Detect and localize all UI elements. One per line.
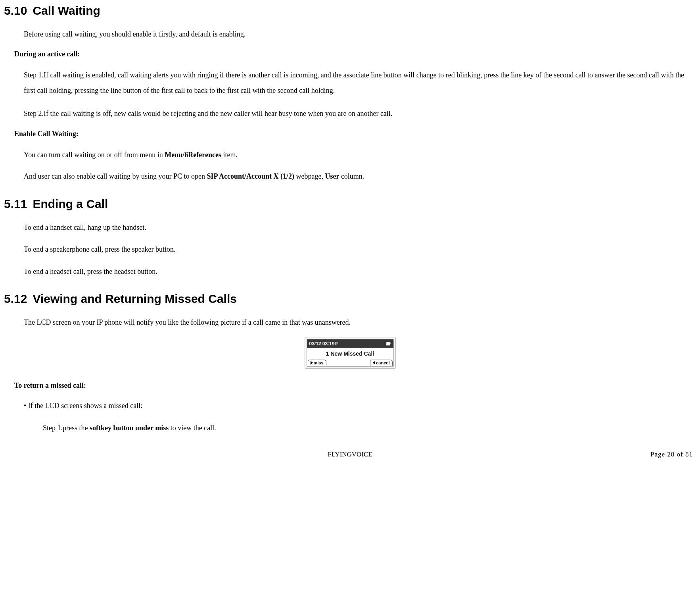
text-fragment: You can turn call waiting on or off from… (24, 151, 165, 159)
text-fragment: webpage, (294, 172, 325, 180)
text-fragment: item. (221, 151, 238, 159)
phone-icon: ☎ (385, 341, 391, 347)
subheading-during-active-call: During an active call: (4, 49, 696, 60)
text-fragment: And user can also enable call waiting by… (24, 172, 207, 180)
missed-call-bullet: • If the LCD screens shows a missed call… (24, 398, 696, 414)
section-title: Viewing and Returning Missed Calls (33, 290, 237, 308)
section-number: 5.10 (4, 2, 27, 19)
lcd-frame: 03/12 03:19P ☎ 1 New Missed Call miss ca… (305, 337, 396, 369)
section-number: 5.11 (4, 195, 27, 213)
lcd-screenshot: 03/12 03:19P ☎ 1 New Missed Call miss ca… (4, 337, 696, 370)
section-title: Ending a Call (33, 195, 108, 213)
page-footer: FLYINGVOICE Page 28 of 81 (4, 449, 696, 460)
footer-brand: FLYINGVOICE (328, 449, 372, 460)
ending-headset-text: To end a headset call, press the headset… (24, 264, 696, 280)
section-heading-5-12: 5.12 Viewing and Returning Missed Calls (4, 290, 696, 308)
subheading-return-missed-call: To return a missed call: (4, 380, 696, 391)
softkey-label: cancel (376, 360, 389, 366)
bold-sip-account: SIP Account/Account X (1/2) (207, 172, 294, 180)
softkey-left-icon (311, 361, 313, 365)
softkey-label: miss (314, 360, 324, 366)
step-2-text: Step 2.If the call waiting is off, new c… (24, 106, 696, 122)
lcd-inner: 03/12 03:19P ☎ 1 New Missed Call miss ca… (307, 339, 394, 367)
text-fragment: column. (339, 172, 364, 180)
lcd-softkey-cancel: cancel (370, 360, 392, 366)
section-heading-5-10: 5.10 Call Waiting (4, 2, 696, 19)
lcd-status-bar: 03/12 03:19P ☎ (307, 339, 393, 348)
lcd-time: 03/12 03:19P (309, 340, 338, 347)
softkey-right-icon (373, 361, 375, 365)
lcd-message: 1 New Missed Call (307, 348, 393, 360)
enable-line-2: And user can also enable call waiting by… (24, 169, 696, 185)
lcd-softkey-bar: miss cancel (307, 360, 393, 366)
enable-line-1: You can turn call waiting on or off from… (24, 147, 696, 163)
ending-handset-text: To end a handset call, hang up the hands… (24, 220, 696, 236)
bold-menu-references: Menu/6References (165, 151, 221, 159)
footer-page-number: Page 28 of 81 (650, 449, 693, 460)
step-1-text: Step 1.If call waiting is enabled, call … (24, 67, 696, 99)
section-number: 5.12 (4, 290, 27, 308)
missed-call-step1: Step 1.press the softkey button under mi… (43, 420, 696, 436)
ending-speaker-text: To end a speakerphone call, press the sp… (24, 242, 696, 258)
bold-softkey-miss: softkey button under miss (90, 424, 169, 432)
text-fragment: Step 1.press the (43, 424, 90, 432)
missed-calls-intro: The LCD screen on your IP phone will not… (24, 315, 696, 331)
intro-text: Before using call waiting, you should en… (24, 27, 696, 42)
lcd-softkey-miss: miss (308, 360, 326, 366)
bold-user: User (325, 172, 339, 180)
subheading-enable-call-waiting: Enable Call Waiting: (4, 129, 696, 139)
section-title: Call Waiting (33, 2, 100, 19)
text-fragment: to view the call. (169, 424, 216, 432)
section-heading-5-11: 5.11 Ending a Call (4, 195, 696, 213)
